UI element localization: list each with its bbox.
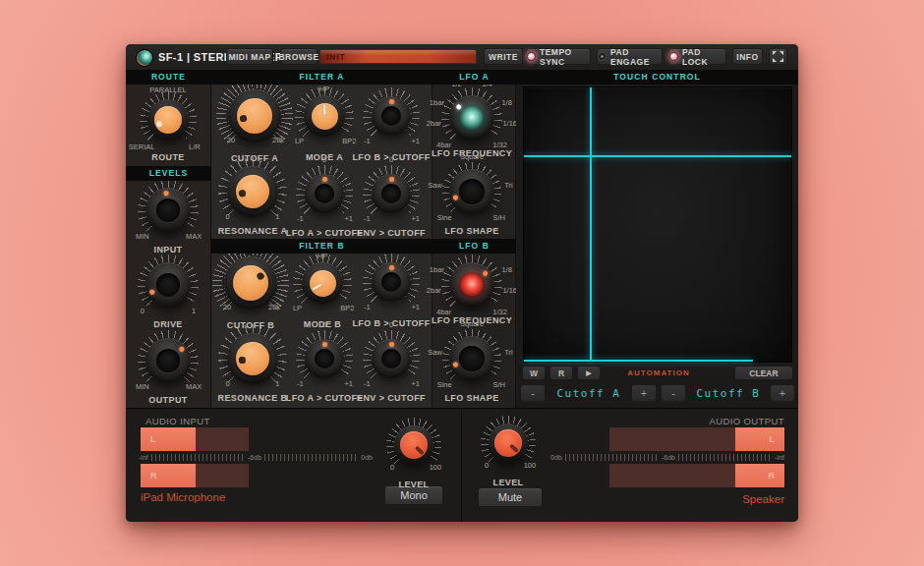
lfo-a-section-title: LFO A bbox=[433, 70, 516, 85]
lfo-a-cutoff-b-knob[interactable] bbox=[305, 339, 344, 378]
resonance-a-knob[interactable] bbox=[227, 166, 278, 217]
filter-a-section-title: FILTER A bbox=[211, 70, 433, 85]
filter-b-header-strip: FILTER B LFO B bbox=[211, 239, 516, 254]
lfo-a-shape-knob[interactable] bbox=[449, 169, 494, 214]
knob-scale-label: BP2 bbox=[342, 137, 356, 145]
knob-scale-label: 1/32 bbox=[492, 140, 507, 148]
lfo-a-cutoff-a-knob[interactable] bbox=[305, 174, 344, 213]
midi-map-button[interactable]: MIDI MAP bbox=[226, 48, 273, 65]
mode-b-knob-group: LPBP2HPMODE B bbox=[293, 254, 352, 312]
knob-scale-label: 1/16 bbox=[502, 118, 517, 127]
scale-ticks bbox=[264, 454, 358, 461]
tempo-sync-led-icon bbox=[527, 52, 536, 61]
cutoff-b-knob-group: 2020kCUTOFF B bbox=[212, 245, 289, 321]
knob-scale-label: +1 bbox=[411, 136, 420, 144]
resonance-b-knob[interactable] bbox=[227, 333, 278, 384]
knob-scale-label: 1 bbox=[275, 212, 279, 221]
knob-scale-label: 20k bbox=[272, 136, 284, 144]
lfo-b-shape-knob[interactable] bbox=[449, 336, 494, 381]
input-level-knob-group: 0100LEVEL bbox=[386, 418, 441, 473]
output-meter-right-level bbox=[735, 464, 784, 487]
fullscreen-button[interactable] bbox=[769, 48, 787, 65]
automation-label: AUTOMATION bbox=[614, 368, 703, 377]
knob-scale-label: 1/16 bbox=[502, 285, 517, 294]
knob-title: LEVEL bbox=[398, 480, 429, 489]
knob-title: ENV > CUTOFF bbox=[357, 393, 426, 403]
knob-title: ROUTE bbox=[151, 152, 185, 162]
knob-scale-label: 0 bbox=[322, 155, 326, 164]
resonance-a-knob-group: 01RESONANCE A bbox=[218, 157, 287, 226]
input-left-channel-label: L bbox=[150, 434, 156, 444]
automation-write-button[interactable]: W bbox=[522, 366, 546, 380]
input-source-label[interactable]: iPad Microphone bbox=[141, 491, 225, 503]
knob-cap bbox=[494, 429, 522, 457]
knob-scale-label: +1 bbox=[411, 213, 420, 222]
mute-button[interactable]: Mute bbox=[478, 487, 543, 507]
info-button[interactable]: INFO bbox=[732, 48, 763, 65]
automation-read-button[interactable]: R bbox=[549, 366, 573, 380]
env-cutoff-b-knob[interactable] bbox=[372, 339, 411, 378]
app-logo-icon bbox=[136, 49, 153, 67]
param-a-decrement-button[interactable]: - bbox=[520, 384, 546, 402]
knob-scale-label: 20 bbox=[223, 303, 231, 311]
knob-title: LFO SHAPE bbox=[444, 393, 498, 403]
audio-output-panel: AUDIO OUTPUT Mute 0db -6db -inf L R Spea… bbox=[462, 408, 798, 522]
output-meter-right-peak bbox=[609, 464, 735, 487]
knob-scale-label: 20k bbox=[268, 303, 280, 311]
pad-lock-button[interactable]: PAD LOCK bbox=[668, 48, 726, 65]
levels-header-strip: LEVELS bbox=[126, 166, 211, 181]
input-meter-left-peak bbox=[196, 427, 249, 451]
input-level-knob[interactable] bbox=[394, 425, 433, 465]
output-meter-right: R bbox=[609, 464, 784, 487]
preset-name-field[interactable]: INIT bbox=[319, 49, 477, 64]
knob-center bbox=[381, 272, 401, 292]
scale-label: -inf bbox=[775, 454, 784, 461]
knob-scale-label: Saw bbox=[428, 348, 442, 357]
browse-button[interactable]: BROWSE bbox=[280, 48, 318, 65]
param-a-name[interactable]: Cutoff A bbox=[549, 387, 628, 400]
knob-scale-label: 2bar bbox=[427, 285, 441, 294]
scale-ticks bbox=[151, 454, 245, 461]
lfo-a-frequency-knob[interactable] bbox=[449, 95, 494, 141]
route-knob[interactable] bbox=[147, 99, 189, 141]
knob-scale-label: +1 bbox=[411, 378, 420, 387]
knob-title: LFO A > CUTOFF bbox=[286, 228, 364, 238]
knob-scale-label: MIN bbox=[136, 382, 149, 391]
lfo-b-frequency-knob[interactable] bbox=[449, 262, 494, 308]
scale-label: 0db bbox=[361, 454, 373, 461]
env-cutoff-a-knob[interactable] bbox=[372, 174, 411, 213]
drive-knob[interactable] bbox=[145, 262, 191, 308]
touch-xy-pad[interactable] bbox=[523, 86, 792, 363]
automation-clear-button[interactable]: CLEAR bbox=[734, 366, 793, 380]
mode-a-knob[interactable] bbox=[304, 95, 345, 137]
pad-lock-led-icon bbox=[669, 52, 678, 61]
knob-title: RESONANCE B bbox=[218, 393, 288, 403]
knob-scale-label: Sine bbox=[437, 379, 452, 388]
knob-center bbox=[381, 184, 401, 203]
knob-title: LEVEL bbox=[492, 478, 523, 487]
param-b-increment-button[interactable]: + bbox=[770, 384, 795, 402]
lfo-b-cutoff-a-knob[interactable] bbox=[372, 96, 411, 136]
knob-scale-label: Tri bbox=[504, 348, 512, 357]
param-a-increment-button[interactable]: + bbox=[631, 384, 657, 402]
output-knob[interactable] bbox=[145, 338, 191, 383]
tempo-sync-button[interactable]: TEMPO SYNC bbox=[526, 48, 591, 65]
knob-scale-label: PARALLEL bbox=[149, 85, 186, 94]
write-button[interactable]: WRITE bbox=[484, 48, 523, 65]
resonance-b-knob-group: 01RESONANCE B bbox=[218, 324, 287, 393]
param-b-decrement-button[interactable]: - bbox=[661, 384, 686, 402]
pad-engage-label: PAD ENGAGE bbox=[610, 47, 662, 67]
output-level-knob[interactable] bbox=[489, 424, 528, 463]
knob-scale-label: 100 bbox=[430, 462, 442, 471]
pad-engage-button[interactable]: PAD ENGAGE bbox=[597, 48, 663, 65]
knob-scale-label: 0 bbox=[141, 307, 144, 315]
lfo-b-cutoff-b-knob[interactable] bbox=[372, 262, 411, 302]
param-b-name[interactable]: Cutoff B bbox=[691, 387, 766, 400]
output-destination-label[interactable]: Speaker bbox=[742, 493, 784, 505]
knob-scale-label: LP bbox=[295, 137, 304, 145]
output-meter-left: L bbox=[609, 427, 784, 451]
mode-b-knob[interactable] bbox=[302, 262, 343, 304]
knob-scale-label: HP bbox=[319, 85, 329, 93]
automation-play-button[interactable]: ▶ bbox=[577, 366, 601, 380]
input-knob[interactable] bbox=[145, 188, 191, 233]
